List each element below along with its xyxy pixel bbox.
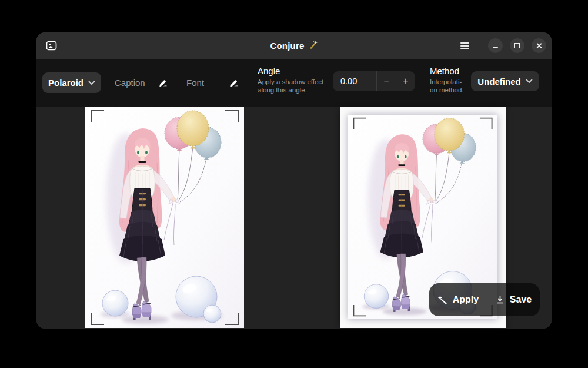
maximize-icon bbox=[514, 43, 520, 48]
apply-button-label: Apply bbox=[453, 294, 479, 305]
original-image bbox=[85, 107, 244, 328]
angle-increment-button[interactable]: + bbox=[396, 71, 415, 91]
angle-decrement-button[interactable]: − bbox=[376, 71, 396, 91]
chevron-down-icon bbox=[88, 81, 95, 85]
template-dropdown[interactable]: Polaroid bbox=[42, 72, 101, 93]
method-group: Method Interpolati- on method. bbox=[430, 66, 472, 94]
method-dropdown[interactable]: Undefined bbox=[471, 71, 539, 91]
method-title: Method bbox=[430, 66, 472, 77]
edit-pencil-icon bbox=[158, 78, 168, 88]
template-dropdown-label: Polaroid bbox=[48, 78, 83, 88]
magic-wand-emoji bbox=[309, 40, 318, 51]
apply-button[interactable]: Apply bbox=[429, 283, 487, 316]
preview-area: Apply Save bbox=[36, 107, 552, 329]
edit-pencil-icon bbox=[229, 78, 239, 88]
save-button-label: Save bbox=[510, 294, 532, 305]
action-bar: Apply Save bbox=[429, 283, 540, 316]
menu-icon[interactable] bbox=[458, 39, 471, 52]
angle-title: Angle bbox=[258, 66, 334, 77]
caption-label: Caption bbox=[115, 78, 145, 88]
minimize-button[interactable] bbox=[488, 38, 503, 53]
angle-group: Angle Apply a shadow effect along this a… bbox=[258, 66, 334, 94]
method-dropdown-label: Undefined bbox=[477, 77, 520, 87]
caption-edit-button[interactable] bbox=[153, 74, 172, 92]
font-label: Font bbox=[186, 78, 204, 88]
toolbar: Polaroid Caption Font bbox=[36, 59, 552, 107]
close-button[interactable] bbox=[532, 38, 546, 53]
maximize-button[interactable] bbox=[510, 38, 524, 53]
font-edit-button[interactable] bbox=[225, 74, 243, 92]
window-title-text: Conjure bbox=[270, 41, 304, 51]
angle-description: Apply a shadow effect along this angle. bbox=[258, 78, 334, 94]
app-window: Conjure Polaroid bbox=[36, 32, 552, 329]
artwork-girl-with-balloons bbox=[85, 107, 244, 328]
save-download-icon bbox=[496, 295, 505, 304]
desktop-background: Conjure Polaroid bbox=[0, 0, 588, 368]
minimize-icon bbox=[493, 47, 498, 48]
window-controls bbox=[458, 32, 546, 59]
angle-value-input[interactable]: 0.00 bbox=[333, 71, 376, 91]
magic-wand-icon bbox=[437, 295, 447, 305]
save-button[interactable]: Save bbox=[487, 283, 540, 316]
titlebar: Conjure bbox=[36, 32, 552, 59]
close-icon bbox=[536, 42, 542, 49]
method-description: Interpolati- on method. bbox=[430, 78, 472, 94]
angle-spinbox: 0.00 − + bbox=[333, 71, 415, 91]
chevron-down-icon bbox=[526, 79, 533, 84]
